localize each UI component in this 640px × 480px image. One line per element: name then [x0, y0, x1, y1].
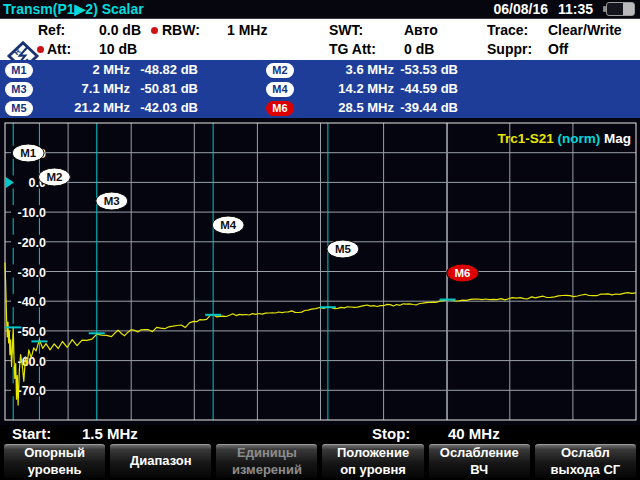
stop-label: Stop: — [372, 425, 410, 442]
softkey-3: Единицы измерений — [216, 444, 317, 478]
analyzer-screen: Transm(P1▶2) Scalar 06/08/16 11:35 R S R… — [0, 0, 640, 480]
softkey-bar: Опорный уровеньДиапазонЕдиницы измерений… — [0, 443, 640, 480]
ref-value: 0.0 dB — [99, 22, 141, 38]
softkey-2[interactable]: Диапазон — [110, 444, 211, 478]
marker-balloon-label: M4 — [220, 219, 237, 231]
swt-label: SWT: — [329, 22, 363, 38]
rbw-label: RBW: — [162, 22, 200, 38]
measurement-title: Transm(P1▶2) Scalar — [3, 1, 144, 17]
att-coupled-dot — [37, 46, 44, 53]
marker-level: -44.59 dB — [398, 81, 458, 96]
y-axis-label: -30.0 — [18, 266, 47, 280]
marker-badge-m2: M2 — [266, 63, 294, 78]
marker-frequency: 28.5 MHz — [296, 100, 394, 115]
marker-level: -42.03 dB — [134, 100, 198, 115]
marker-frequency: 21.2 MHz — [34, 100, 130, 115]
softkey-5[interactable]: Ослабление ВЧ — [429, 444, 530, 478]
start-value: 1.5 MHz — [82, 425, 138, 442]
tg-att-value: 0 dB — [404, 41, 434, 57]
marker-badge-m4: M4 — [266, 82, 294, 97]
suppr-value: Off — [548, 41, 568, 57]
settings-header: R S Ref: 0.0 dB RBW: 1 MHz SWT: Авто Tra… — [0, 19, 640, 60]
marker-frequency: 14.2 MHz — [296, 81, 394, 96]
marker-badge-m1: M1 — [5, 63, 33, 78]
marker-frequency: 2 MHz — [34, 62, 130, 77]
swt-value: Авто — [404, 22, 438, 38]
marker-badge-m6: M6 — [266, 101, 294, 116]
start-label: Start: — [12, 425, 51, 442]
softkey-4[interactable]: Положение оп уровня — [322, 444, 423, 478]
marker-level: -53.53 dB — [398, 62, 458, 77]
rbw-coupled-dot — [151, 27, 158, 34]
time-label: 11:35 — [558, 1, 593, 17]
marker-balloon-label: M5 — [335, 243, 352, 255]
marker-balloon-label: M2 — [46, 171, 62, 183]
marker-level: -48.82 dB — [134, 62, 198, 77]
att-label: Att: — [47, 41, 71, 57]
y-axis-label: -10.0 — [18, 206, 47, 220]
marker-frequency: 3.6 MHz — [296, 62, 394, 77]
marker-level: -39.44 dB — [398, 100, 458, 115]
ref-label: Ref: — [38, 22, 65, 38]
frequency-range-row: Start: 1.5 MHz Stop: 40 MHz — [0, 425, 640, 443]
att-value: 10 dB — [99, 41, 137, 57]
trace-mode-value: Clear/Write — [548, 22, 622, 38]
y-axis-label: -40.0 — [18, 295, 47, 309]
date-label: 06/08/16 — [493, 1, 548, 17]
softkey-6[interactable]: Ослабл выхода СГ — [535, 444, 636, 478]
marker-balloon-label: M1 — [20, 147, 37, 159]
rbw-value: 1 MHz — [227, 22, 267, 38]
y-axis-label: -50.0 — [18, 325, 47, 339]
marker-badge-m3: M3 — [5, 82, 33, 97]
tg-att-label: TG Att: — [329, 41, 376, 57]
y-axis-label: -20.0 — [18, 236, 47, 250]
softkey-1[interactable]: Опорный уровень — [4, 444, 105, 478]
marker-frequency: 7.1 MHz — [34, 81, 130, 96]
title-bar: Transm(P1▶2) Scalar 06/08/16 11:35 — [0, 0, 640, 19]
marker-table: M12 MHz-48.82 dBM23.6 MHz-53.53 dBM37.1 … — [0, 60, 640, 119]
suppr-label: Suppr: — [487, 41, 532, 57]
marker-balloon-label: M6 — [455, 267, 471, 279]
stop-value: 40 MHz — [448, 425, 500, 442]
marker-level: -50.81 dB — [134, 81, 198, 96]
marker-badge-m5: M5 — [5, 101, 33, 116]
marker-balloon-label: M3 — [104, 195, 120, 207]
battery-icon — [603, 3, 635, 16]
trace-plot: 10.00.0-10.0-20.0-30.0-40.0-50.0-60.0-70… — [0, 118, 640, 425]
y-axis-label: -70.0 — [18, 384, 47, 398]
trace-descriptor-label: Trc1-S21 (norm) Mag — [497, 131, 631, 146]
trace-mode-label: Trace: — [487, 22, 528, 38]
